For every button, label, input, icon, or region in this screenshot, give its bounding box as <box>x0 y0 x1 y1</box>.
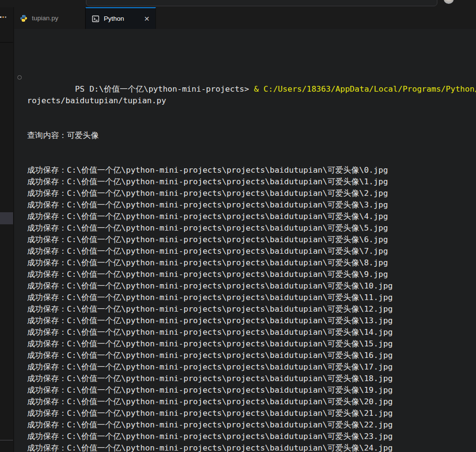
command-success-decoration-icon[interactable] <box>17 75 22 80</box>
prompt-text: PS D:\价值一个亿\python-mini-projects> <box>75 84 254 94</box>
terminal-line: 成功保存：C:\价值一个亿\python-mini-projects\proje… <box>27 176 476 188</box>
terminal-line: 成功保存：C:\价值一个亿\python-mini-projects\proje… <box>27 442 476 452</box>
python-icon <box>20 14 28 22</box>
terminal-line: 成功保存：C:\价值一个亿\python-mini-projects\proje… <box>27 292 476 303</box>
tab-tupian-py[interactable]: tupian.py <box>14 7 85 29</box>
terminal-line: 成功保存：C:\价值一个亿\python-mini-projects\proje… <box>27 246 476 257</box>
terminal-line: 成功保存：C:\价值一个亿\python-mini-projects\proje… <box>27 280 476 292</box>
account-avatar[interactable] <box>444 0 454 4</box>
terminal-output[interactable]: PS D:\价值一个亿\python-mini-projects> & C:/U… <box>14 29 476 452</box>
terminal-line: 成功保存：C:\价值一个亿\python-mini-projects\proje… <box>27 303 476 315</box>
terminal-line: 成功保存：C:\价值一个亿\python-mini-projects\proje… <box>27 164 476 176</box>
close-icon[interactable]: ✕ <box>144 15 150 22</box>
command-center-searchbox[interactable] <box>86 0 437 6</box>
terminal-icon <box>92 15 99 23</box>
terminal-line: 成功保存：C:\价值一个亿\python-mini-projects\proje… <box>27 419 476 431</box>
rail-divider <box>0 440 13 440</box>
terminal-line: 成功保存：C:\价值一个亿\python-mini-projects\proje… <box>27 431 476 442</box>
command-text: & C:/Users/18363/AppData/Local/Programs/… <box>254 84 476 94</box>
tab-bar: tupian.py Python ✕ <box>14 7 476 29</box>
terminal-line: 成功保存：C:\价值一个亿\python-mini-projects\proje… <box>27 350 476 361</box>
terminal-line: 成功保存：C:\价值一个亿\python-mini-projects\proje… <box>27 234 476 246</box>
terminal-line: 成功保存：C:\价值一个亿\python-mini-projects\proje… <box>27 396 476 408</box>
title-bar <box>0 0 476 7</box>
terminal-prompt-line: PS D:\价值一个亿\python-mini-projects> & C:/U… <box>27 60 476 72</box>
terminal-line: 成功保存：C:\价值一个亿\python-mini-projects\proje… <box>27 211 476 222</box>
terminal-line: 成功保存：C:\价值一个亿\python-mini-projects\proje… <box>27 408 476 419</box>
left-rail <box>0 7 14 452</box>
terminal-line: 成功保存：C:\价值一个亿\python-mini-projects\proje… <box>27 188 476 199</box>
terminal-line: 成功保存：C:\价值一个亿\python-mini-projects\proje… <box>27 327 476 338</box>
terminal-save-lines: 成功保存：C:\价值一个亿\python-mini-projects\proje… <box>27 164 476 452</box>
terminal-line: 查询内容：可爱头像 <box>27 130 476 141</box>
terminal-line: 成功保存：C:\价值一个亿\python-mini-projects\proje… <box>27 315 476 327</box>
terminal-line: 成功保存：C:\价值一个亿\python-mini-projects\proje… <box>27 338 476 350</box>
terminal-line: 成功保存：C:\价值一个亿\python-mini-projects\proje… <box>27 222 476 234</box>
tab-label: tupian.py <box>32 14 58 22</box>
vscode-window: tupian.py Python ✕ PS D:\价值一个亿\python-mi… <box>0 0 476 452</box>
rail-selected-item[interactable] <box>0 212 13 224</box>
terminal-line: 成功保存：C:\价值一个亿\python-mini-projects\proje… <box>27 269 476 280</box>
more-actions-dots-icon[interactable] <box>0 16 6 18</box>
main-area: tupian.py Python ✕ PS D:\价值一个亿\python-mi… <box>0 7 476 452</box>
terminal-line: 成功保存：C:\价值一个亿\python-mini-projects\proje… <box>27 361 476 373</box>
tab-label: Python <box>104 15 124 22</box>
terminal-line: 成功保存：C:\价值一个亿\python-mini-projects\proje… <box>27 384 476 396</box>
terminal-line: 成功保存：C:\价值一个亿\python-mini-projects\proje… <box>27 373 476 384</box>
terminal-line: 成功保存：C:\价值一个亿\python-mini-projects\proje… <box>27 257 476 269</box>
terminal-line: 成功保存：C:\价值一个亿\python-mini-projects\proje… <box>27 199 476 211</box>
tab-python-terminal[interactable]: Python ✕ <box>85 7 156 29</box>
editor-group: tupian.py Python ✕ PS D:\价值一个亿\python-mi… <box>14 7 476 452</box>
rail-divider <box>0 42 13 43</box>
terminal-line: rojects/baidutupian/tupian.py <box>27 95 476 107</box>
